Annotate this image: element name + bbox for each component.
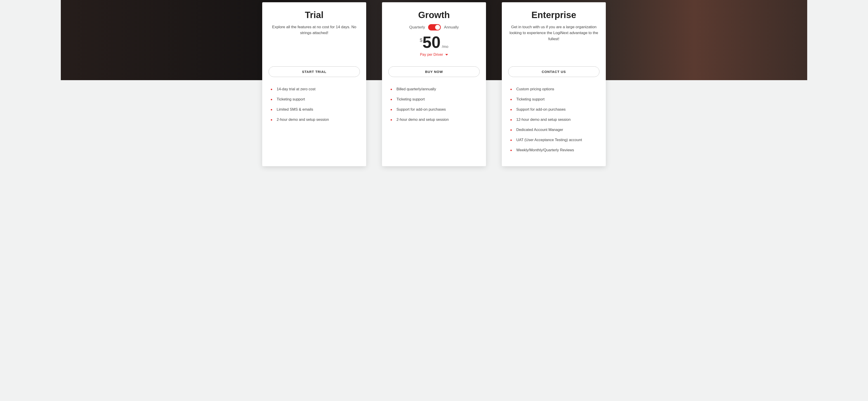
plan-growth-features: Billed quarterly/annually Ticketing supp… xyxy=(388,87,480,128)
plan-enterprise-desc: Get in touch with us if you are a large … xyxy=(508,24,599,42)
buy-now-button[interactable]: BUY NOW xyxy=(388,66,480,77)
pricing-row: Trial Explore all the features at no cos… xyxy=(0,0,868,175)
pay-per-driver-dropdown[interactable]: Pay per Driver xyxy=(388,53,480,57)
price-amount: 50 xyxy=(423,34,440,51)
start-trial-button[interactable]: START TRIAL xyxy=(269,66,360,77)
price-currency: $ xyxy=(420,37,423,43)
plan-trial-upper: Trial Explore all the features at no cos… xyxy=(269,10,360,66)
feature-item: 14-day trial at zero cost xyxy=(270,87,360,91)
feature-item: Custom pricing options xyxy=(509,87,599,91)
billing-toggle-knob xyxy=(435,25,440,30)
feature-item: UAT (User Acceptance Testing) account xyxy=(509,138,599,142)
billing-toggle-row: Quarterly Annually xyxy=(388,24,480,31)
feature-item: Limited SMS & emails xyxy=(270,107,360,111)
feature-item: 2-hour demo and setup session xyxy=(270,118,360,122)
plan-growth-upper: Growth Quarterly Annually $ 50 /mo Pay p… xyxy=(388,10,480,66)
feature-item: Ticketing support xyxy=(509,97,599,101)
feature-item: Support for add-on purchases xyxy=(390,107,480,111)
chevron-down-icon xyxy=(445,54,448,56)
plan-enterprise-upper: Enterprise Get in touch with us if you a… xyxy=(508,10,599,66)
plan-enterprise-title: Enterprise xyxy=(508,10,599,20)
billing-toggle-annually-label: Annually xyxy=(444,25,459,30)
feature-item: Billed quarterly/annually xyxy=(390,87,480,91)
plan-card-enterprise: Enterprise Get in touch with us if you a… xyxy=(502,2,606,166)
feature-item: 12-hour demo and setup session xyxy=(509,118,599,122)
plan-card-trial: Trial Explore all the features at no cos… xyxy=(262,2,366,166)
contact-us-button[interactable]: CONTACT US xyxy=(508,66,599,77)
plan-enterprise-features: Custom pricing options Ticketing support… xyxy=(508,87,599,158)
plan-trial-features: 14-day trial at zero cost Ticketing supp… xyxy=(269,87,360,128)
pay-per-driver-label: Pay per Driver xyxy=(420,53,443,57)
feature-item: Weekly/Monthly/Quarterly Reviews xyxy=(509,148,599,152)
billing-toggle[interactable] xyxy=(428,24,441,31)
feature-item: Dedicated Account Manager xyxy=(509,128,599,132)
feature-item: Ticketing support xyxy=(270,97,360,101)
plan-growth-price: $ 50 /mo xyxy=(388,34,480,51)
billing-toggle-quarterly-label: Quarterly xyxy=(409,25,425,30)
price-period: /mo xyxy=(442,44,448,49)
plan-trial-desc: Explore all the features at no cost for … xyxy=(269,24,360,36)
feature-item: Support for add-on purchases xyxy=(509,107,599,111)
feature-item: 2-hour demo and setup session xyxy=(390,118,480,122)
plan-trial-title: Trial xyxy=(269,10,360,20)
plan-card-growth: Growth Quarterly Annually $ 50 /mo Pay p… xyxy=(382,2,486,166)
plan-growth-title: Growth xyxy=(388,10,480,20)
feature-item: Ticketing support xyxy=(390,97,480,101)
